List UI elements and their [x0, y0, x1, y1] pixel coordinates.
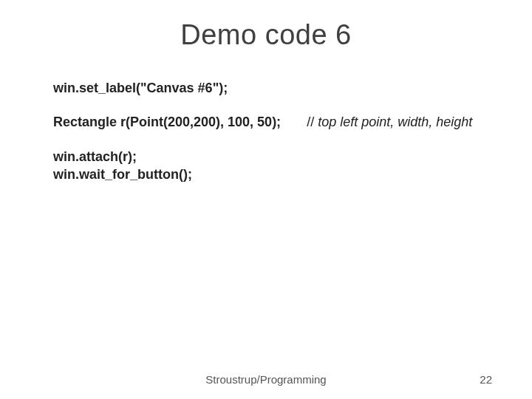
code-line-3-4: win.attach(r); win.wait_for_button(); — [53, 148, 479, 184]
slide-body: win.set_label("Canvas #6"); Rectangle r(… — [53, 79, 479, 183]
code-text: win.set_label("Canvas #6"); — [53, 81, 228, 95]
code-text: win.attach(r); — [53, 148, 479, 166]
slide: Demo code 6 win.set_label("Canvas #6"); … — [0, 0, 532, 399]
page-number: 22 — [480, 373, 492, 386]
comment-prefix: // — [307, 115, 318, 129]
code-text: win.wait_for_button(); — [53, 166, 479, 183]
spacer — [281, 115, 307, 129]
code-line-1: win.set_label("Canvas #6"); — [53, 79, 479, 97]
comment-text: top left point, width, height — [318, 115, 472, 129]
code-text: Rectangle r(Point(200,200), 100, 50); — [53, 115, 281, 129]
code-line-2: Rectangle r(Point(200,200), 100, 50); //… — [53, 113, 479, 131]
footer-text: Stroustrup/Programming — [0, 373, 532, 386]
slide-title: Demo code 6 — [53, 19, 479, 51]
